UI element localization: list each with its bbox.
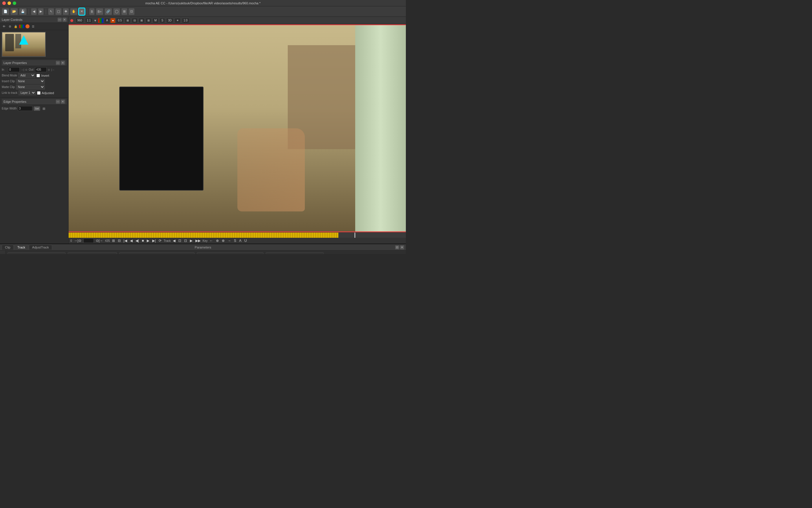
track-label: Track xyxy=(164,239,171,243)
split2-icon[interactable]: ⊟ xyxy=(117,238,122,243)
frame-number[interactable]: 960 xyxy=(76,18,84,23)
key-icon1[interactable]: ← xyxy=(209,238,214,243)
key-icon3[interactable]: ⊕ xyxy=(221,238,226,243)
tab-track[interactable]: Track xyxy=(14,245,28,250)
ratio-arrow[interactable]: ▼ xyxy=(94,19,97,22)
timeline-bar[interactable] xyxy=(69,232,406,238)
out-input[interactable] xyxy=(35,67,47,72)
track-icon2[interactable]: ⊡ xyxy=(177,238,182,243)
matte-clip-label: Matte Clip xyxy=(2,85,15,89)
back-button[interactable]: ◀ xyxy=(31,8,37,15)
frame-tool[interactable]: ⊡ xyxy=(129,8,135,15)
key-icon7[interactable]: U xyxy=(243,238,248,243)
list-icon[interactable]: ☰ xyxy=(31,24,35,29)
eye-icon[interactable]: 👁 xyxy=(2,24,6,29)
brightness-btn[interactable]: ☀ xyxy=(175,18,181,23)
search-title: Search Area xyxy=(199,254,261,254)
stereo-btn[interactable]: 3D xyxy=(166,18,173,23)
ep-close-icon[interactable]: ✕ xyxy=(61,100,65,104)
spline-tool2[interactable]: B+ xyxy=(96,8,103,15)
opacity-input[interactable]: 0.5 xyxy=(116,18,124,23)
link-track-select[interactable]: Layer 1 xyxy=(18,90,36,95)
mask-btn[interactable]: M xyxy=(152,18,159,23)
grid-btn[interactable]: ⊞ xyxy=(146,18,151,23)
edge-properties-header: Edge Properties — ✕ xyxy=(2,99,66,105)
minimize-icon[interactable]: — xyxy=(58,18,62,22)
preproc-title: Preprocessing xyxy=(70,254,115,254)
matte-clip-select[interactable]: None xyxy=(16,85,45,89)
insert-clip-select[interactable]: None xyxy=(16,79,45,84)
view-btn[interactable]: ⊟ xyxy=(132,18,137,23)
color-btn[interactable] xyxy=(98,18,104,23)
bottom-content: Parameters Dope Sheet Input Clip 960 Tra… xyxy=(0,251,406,254)
in-point-input[interactable]: 336 xyxy=(83,238,94,243)
tab-adjust-track[interactable]: AdjustTrack xyxy=(29,245,52,250)
spline-tool[interactable]: B xyxy=(89,8,95,15)
maximize-button[interactable] xyxy=(13,1,16,5)
lock-icon[interactable]: 🔒 xyxy=(13,24,18,29)
rev-play[interactable]: ◀ xyxy=(129,238,133,243)
close-icon[interactable]: ✕ xyxy=(62,18,66,22)
view-btn2[interactable]: ⊠ xyxy=(139,18,144,23)
in-input[interactable] xyxy=(8,67,20,72)
zoom-x-tool[interactable]: ✕ xyxy=(79,8,85,15)
lp-header-icons: — ✕ xyxy=(56,61,65,65)
red-border-top xyxy=(69,24,406,25)
rectangle-tool[interactable]: ⊞ xyxy=(121,8,127,15)
forward-button[interactable]: ▶ xyxy=(38,8,44,15)
hand-tool[interactable]: ✋ xyxy=(70,8,78,15)
add-point-tool[interactable]: ✚ xyxy=(63,8,69,15)
in-icon[interactable]: ⊙|→ xyxy=(95,238,104,243)
zoom-label[interactable]: 1:0 xyxy=(182,18,189,23)
invert-checkbox[interactable] xyxy=(37,74,40,77)
gear-icon[interactable]: ⚙ xyxy=(7,24,12,29)
lp-close-icon[interactable]: ✕ xyxy=(61,61,65,65)
open-button[interactable]: 📂 xyxy=(10,8,18,15)
key-icon2[interactable]: ⊕ xyxy=(215,238,220,243)
edge-set-button[interactable]: Set xyxy=(34,106,41,111)
track-icon3[interactable]: ⊡ xyxy=(183,238,188,243)
ellipse-tool[interactable]: ◯ xyxy=(113,8,120,15)
lp-min-icon[interactable]: — xyxy=(56,61,60,65)
new-button[interactable]: 📄 xyxy=(2,8,9,15)
cursor-tool[interactable]: ↖ xyxy=(48,8,54,15)
out-label: 435 xyxy=(105,239,110,243)
link-track-row: Link to track Layer 1 Adjusted xyxy=(2,90,66,95)
go-start-icon[interactable]: →|⊙ xyxy=(73,238,82,243)
fill-icon[interactable] xyxy=(26,24,30,28)
edge-width-input[interactable] xyxy=(18,106,33,111)
motion-title: Motion xyxy=(121,254,192,254)
key-icon5[interactable]: S xyxy=(233,238,237,243)
blend-mode-select[interactable]: Add Normal xyxy=(18,73,35,78)
close-button[interactable] xyxy=(2,1,6,5)
adjusted-checkbox[interactable] xyxy=(37,91,41,95)
key-icon4[interactable]: → xyxy=(227,238,232,243)
stop[interactable]: ■ xyxy=(141,238,145,243)
overlay-btn[interactable]: ● xyxy=(110,18,116,23)
ep-min-icon[interactable]: — xyxy=(56,100,60,104)
track-icon1[interactable]: ◀ xyxy=(172,238,176,243)
solo-btn[interactable]: S xyxy=(160,18,165,23)
bottom-close-icon[interactable]: ✕ xyxy=(400,245,404,249)
in-icon2: ⊙ xyxy=(25,68,28,71)
ratio-selector[interactable]: 1:1 xyxy=(85,18,93,23)
viewer-toolbar: 960 1:1 ▼ A ● 0.5 ⊞ ⊟ ⊠ ⊞ M S 3D ☀ 1:0 xyxy=(69,17,406,24)
track-icon4[interactable]: ▶ xyxy=(189,238,193,243)
minimize-button[interactable] xyxy=(7,1,11,5)
step-back[interactable]: ◀| xyxy=(135,238,140,243)
loop[interactable]: ⟳ xyxy=(158,238,163,243)
next-frame[interactable]: ▶| xyxy=(151,238,156,243)
link-tool[interactable]: 🔗 xyxy=(104,8,112,15)
play[interactable]: ▶ xyxy=(146,238,150,243)
edge-icon[interactable]: ▤ xyxy=(41,106,46,111)
marquee-tool[interactable]: ▢ xyxy=(55,8,62,15)
fit-btn[interactable]: ⊞ xyxy=(125,18,131,23)
split-icon[interactable]: ⊞ xyxy=(111,238,116,243)
key-icon6[interactable]: A xyxy=(238,238,242,243)
prev-frame[interactable]: |◀ xyxy=(123,238,128,243)
bottom-min-icon[interactable]: ⊡ xyxy=(395,245,399,249)
track-icon5[interactable]: ▶▶ xyxy=(194,238,201,243)
alpha-btn[interactable]: A xyxy=(104,18,110,23)
tab-clip[interactable]: Clip xyxy=(2,245,14,250)
save-button[interactable]: 💾 xyxy=(19,8,27,15)
